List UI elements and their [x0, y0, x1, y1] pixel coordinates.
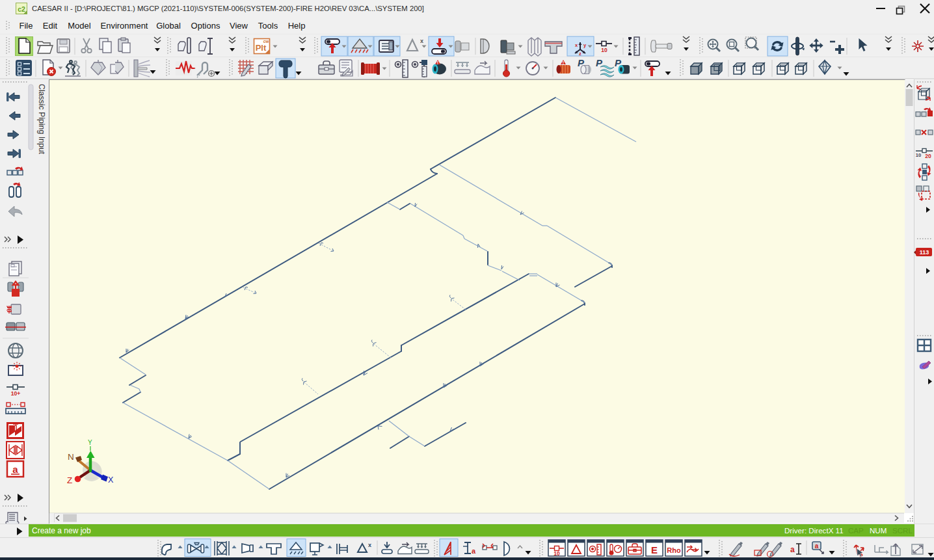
svg-text:Plt: Plt	[256, 43, 267, 53]
svg-text:CAESAR II - [D:\PROJECT\81.) M: CAESAR II - [D:\PROJECT\81.) MGCP (2021-…	[32, 5, 424, 12]
svg-text:!: !	[437, 60, 438, 65]
svg-text:E: E	[651, 544, 658, 555]
svg-text:Environment: Environment	[101, 21, 148, 31]
svg-text:113: 113	[920, 249, 929, 256]
svg-text:Classic Piping Input: Classic Piping Input	[37, 84, 46, 155]
svg-text:Model: Model	[68, 21, 91, 31]
svg-text:View: View	[230, 21, 248, 31]
svg-text:Driver: DirectX 11: Driver: DirectX 11	[784, 526, 844, 535]
svg-text:cw: cw	[263, 39, 270, 44]
svg-text:10: 10	[601, 47, 607, 53]
svg-text:Options: Options	[191, 21, 220, 31]
svg-text:Global: Global	[156, 21, 181, 31]
svg-text:X: X	[108, 475, 114, 485]
svg-text:Help: Help	[288, 21, 306, 31]
svg-text:20: 20	[925, 153, 931, 159]
svg-text:a: a	[815, 542, 819, 550]
svg-text:z: z	[579, 51, 581, 57]
svg-text:Rho: Rho	[667, 546, 681, 554]
svg-text:x: x	[420, 38, 423, 44]
svg-text:File: File	[20, 21, 33, 31]
svg-text:10+: 10+	[11, 390, 20, 397]
svg-text:a: a	[12, 464, 18, 475]
svg-text:Z: Z	[67, 475, 72, 485]
svg-text:CAP: CAP	[848, 526, 864, 535]
svg-text:a: a	[790, 545, 795, 554]
svg-text:SCRL: SCRL	[892, 526, 913, 535]
svg-text:!: !	[563, 60, 564, 65]
svg-text:10: 10	[916, 152, 921, 158]
svg-text:x: x	[368, 542, 371, 548]
svg-text:Edit: Edit	[43, 21, 58, 31]
svg-text:Create a new job: Create a new job	[32, 526, 91, 535]
svg-text:c2: c2	[18, 5, 25, 13]
svg-text:Tools: Tools	[258, 21, 278, 31]
svg-text:10: 10	[554, 550, 560, 557]
svg-text:NUM: NUM	[870, 526, 887, 535]
svg-text:a: a	[472, 547, 476, 555]
svg-text:N: N	[68, 452, 74, 462]
svg-text:Y: Y	[88, 439, 92, 446]
